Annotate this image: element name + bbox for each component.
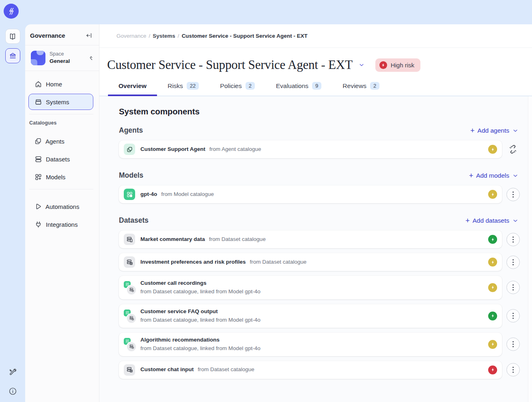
component-row: Customer service FAQ output from Dataset… [119,304,520,328]
space-icon [31,51,45,65]
integrations-icon [34,221,42,228]
sidebar-item-models[interactable]: Models [28,169,93,185]
item-label: Customer call recordings [140,279,207,288]
item-source: from Agent catalogue [209,145,261,154]
sidebar-item-automations[interactable]: Automations [28,198,93,215]
section-agents: Agents + Add agents Customer Support Age… [119,126,520,158]
tab-label: Reviews [342,82,366,90]
status-warning-bolt-icon [488,145,497,154]
row-menu-button[interactable] [506,233,520,246]
component-row: Customer Support Agent from Agent catalo… [119,140,520,158]
collapse-sidebar-icon[interactable] [86,32,93,39]
sidebar-title: Governance [30,32,65,39]
tab-count-badge: 9 [312,82,321,90]
app-window: Governance Space General Home Systems Ca… [0,0,532,402]
sidebar-item-label: Integrations [46,221,78,228]
status-warning-bolt-icon [488,283,497,292]
add-datasets-button[interactable]: + Add datasets [465,217,519,224]
component-row: Investment preferences and risk profiles… [119,253,520,271]
item-label: Customer chat input [140,365,194,374]
sidebar-item-label: Automations [45,203,79,210]
tab-evaluations[interactable]: Evaluations9 [265,80,332,96]
tab-count-badge: 2 [246,82,255,90]
add-agents-button[interactable]: + Add agents [470,127,519,134]
sidebar-item-home[interactable]: Home [28,76,93,92]
dataset-linked-icon [124,310,135,322]
row-menu-button[interactable] [506,309,520,322]
sidebar-item-agents[interactable]: Agents [28,133,93,149]
status-danger-bolt-icon [488,365,497,374]
item-source: from Dataset catalogue, linked from Mode… [140,316,261,325]
item-source: from Dataset catalogue [198,365,254,374]
chevron-down-icon [512,127,519,134]
space-value: General [50,58,88,65]
sidebar-item-datasets[interactable]: Datasets [28,151,93,167]
scrollbar[interactable] [528,96,532,402]
tab-policies[interactable]: Policies2 [209,80,265,96]
sidebar-item-systems[interactable]: Systems [28,94,93,110]
sidebar-item-label: Systems [46,99,69,105]
item-source: from Dataset catalogue, linked from Mode… [140,288,261,296]
tab-overview[interactable]: Overview [108,80,157,96]
agent-icon [124,144,135,155]
sidebar-item-label: Home [46,81,62,88]
space-selector[interactable]: Space General [25,45,99,71]
brand-logo-icon[interactable] [4,4,19,19]
tab-label: Risks [168,82,183,90]
add-button-label: Add agents [478,127,509,134]
content-area: System components Agents + Add agents Cu… [99,96,532,402]
divider [29,114,93,114]
component-card[interactable]: Customer chat input from Dataset catalog… [119,361,502,379]
info-icon[interactable] [9,387,17,396]
breadcrumb-item[interactable]: Systems [153,33,175,39]
row-menu-button[interactable] [506,338,520,351]
row-menu-button[interactable] [506,188,520,201]
item-label: Investment preferences and risk profiles [140,258,246,267]
component-card[interactable]: Customer Support Agent from Agent catalo… [119,140,502,158]
top-bar [0,0,532,24]
sidebar: Governance Space General Home Systems Ca… [25,24,99,402]
space-label: Space [50,51,88,58]
tab-label: Overview [118,82,146,90]
sidebar-item-label: Models [46,174,65,181]
title-chevron-down-icon[interactable] [358,62,365,68]
component-card[interactable]: gpt-4o from Model catalogue [119,185,502,203]
component-card[interactable]: Investment preferences and risk profiles… [119,253,502,271]
home-icon [34,80,42,88]
item-label: gpt-4o [140,190,157,199]
tab-risks[interactable]: Risks22 [157,80,209,96]
breadcrumb-item[interactable]: Governance [116,33,146,39]
component-row: Market commentary data from Dataset cata… [119,230,520,248]
add-models-button[interactable]: + Add models [469,172,519,179]
governance-icon[interactable] [5,48,20,63]
sidebar-item-integrations[interactable]: Integrations [28,216,93,232]
section-models: Models + Add models gpt-4o from Model ca… [119,171,520,203]
icon-rail [0,24,25,402]
section-title: Datasets [119,216,149,225]
unlink-icon[interactable] [508,145,517,154]
risk-bolt-icon [379,61,387,69]
dataset-grid-icon [124,256,135,268]
dataset-doc-icon [124,234,135,245]
library-icon[interactable] [5,29,20,44]
divider [29,189,93,189]
item-label: Customer service FAQ output [140,307,218,316]
component-card[interactable]: Market commentary data from Dataset cata… [119,230,502,248]
section-datasets: Datasets + Add datasets Market commentar… [119,216,520,379]
tab-bar: OverviewRisks22Policies2Evaluations9Revi… [99,74,532,96]
component-card[interactable]: Customer service FAQ output from Dataset… [119,304,502,328]
row-menu-button[interactable] [506,363,520,376]
component-row: Customer call recordings from Dataset ca… [119,276,520,299]
row-menu-button[interactable] [506,256,520,269]
component-row: gpt-4o from Model catalogue [119,185,520,203]
tab-reviews[interactable]: Reviews2 [332,80,390,96]
datasets-icon [34,155,42,163]
dataset-mini-icon [127,342,136,351]
tools-icon[interactable] [9,368,17,376]
component-card[interactable]: Algorithmic recommendations from Dataset… [119,333,502,356]
row-menu-button[interactable] [506,281,520,294]
section-title: Agents [119,126,143,135]
breadcrumb: Governance/Systems/Customer Service - Su… [116,33,308,39]
breadcrumb-separator: / [149,33,151,39]
component-card[interactable]: Customer call recordings from Dataset ca… [119,276,502,299]
